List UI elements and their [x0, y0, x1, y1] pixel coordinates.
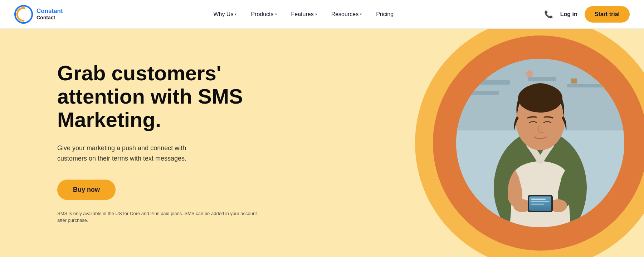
svg-point-10 [526, 70, 533, 77]
start-trial-button[interactable]: Start trial [585, 6, 630, 23]
nav-label-features: Features [291, 11, 314, 18]
hero-content: Grab customers' attention with SMS Marke… [57, 62, 265, 224]
navbar: Constant Contact Why Us ▾ Products ▾ Fea… [0, 0, 644, 29]
phone-icon[interactable]: 📞 [544, 10, 553, 19]
nav-label-resources: Resources [331, 11, 358, 18]
login-link[interactable]: Log in [560, 11, 577, 18]
svg-rect-21 [531, 199, 546, 200]
chevron-down-icon: ▾ [275, 12, 277, 16]
logo[interactable]: Constant Contact [14, 5, 63, 24]
svg-point-15 [518, 84, 562, 113]
nav-item-features[interactable]: Features ▾ [286, 8, 323, 21]
svg-rect-23 [531, 204, 544, 205]
circle-inner [456, 59, 624, 227]
hero-section: Grab customers' attention with SMS Marke… [0, 29, 644, 257]
hero-woman-illustration [456, 59, 624, 227]
disclaimer-text: SMS is only available in the US for Core… [57, 210, 258, 224]
nav-center: Why Us ▾ Products ▾ Features ▾ Resources… [208, 8, 399, 21]
brand-name: Constant [36, 8, 63, 15]
nav-label-why-us: Why Us [213, 11, 233, 18]
chevron-down-icon: ▾ [360, 12, 362, 16]
logo-text: Constant Contact [36, 8, 63, 21]
nav-label-pricing: Pricing [376, 11, 394, 18]
hero-title: Grab customers' attention with SMS Marke… [57, 62, 265, 132]
brand-sub: Contact [36, 15, 63, 21]
svg-rect-22 [531, 201, 549, 202]
nav-item-resources[interactable]: Resources ▾ [326, 8, 367, 21]
chevron-down-icon: ▾ [315, 12, 317, 16]
svg-rect-7 [567, 84, 603, 87]
hero-subtitle: Give your marketing a push and connect w… [57, 143, 215, 164]
nav-item-products[interactable]: Products ▾ [245, 8, 282, 21]
logo-icon [14, 5, 33, 24]
nav-label-products: Products [251, 11, 273, 18]
nav-item-why-us[interactable]: Why Us ▾ [208, 8, 242, 21]
nav-item-pricing[interactable]: Pricing [370, 8, 399, 21]
hero-image-area [415, 29, 644, 257]
chevron-down-icon: ▾ [235, 12, 236, 16]
svg-rect-6 [528, 77, 556, 81]
svg-rect-11 [571, 78, 577, 84]
nav-right: 📞 Log in Start trial [544, 6, 630, 23]
svg-point-1 [22, 6, 25, 9]
buy-now-button[interactable]: Buy now [57, 180, 116, 200]
